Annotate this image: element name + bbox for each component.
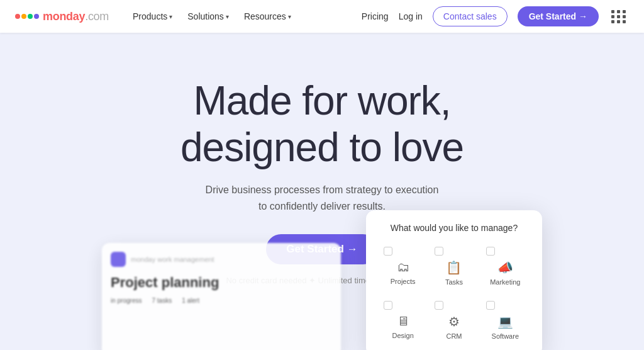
manage-label-crm: CRM — [446, 332, 462, 340]
manage-checkbox-tasks[interactable] — [435, 247, 443, 256]
manage-label-software: Software — [492, 332, 519, 340]
contact-sales-button[interactable]: Contact sales — [433, 6, 508, 26]
get-started-nav-button[interactable]: Get Started → — [518, 6, 599, 26]
projects-icon: 🗂 — [397, 260, 409, 274]
tasks-icon: 📋 — [446, 260, 462, 275]
manage-checkbox-projects[interactable] — [384, 247, 392, 256]
manage-label-design: Design — [392, 332, 414, 339]
logo-dots — [15, 14, 39, 19]
manage-checkbox-design[interactable] — [384, 301, 392, 310]
apps-grid-icon[interactable] — [609, 8, 629, 26]
nav-left: monday.com Products ▾ Solutions ▾ Resour… — [15, 8, 297, 25]
app-preview-card: monday work management Project planning … — [102, 243, 341, 350]
software-icon: 💻 — [497, 314, 513, 329]
manage-title: What would you like to manage? — [381, 223, 527, 233]
manage-item-software[interactable]: 💻 Software — [484, 297, 527, 344]
design-icon: 🖥 — [397, 314, 409, 329]
app-stats: in progress 7 tasks 1 alert — [111, 297, 332, 304]
nav-products[interactable]: Products ▾ — [126, 8, 179, 25]
nav-right: Pricing Log in Contact sales Get Started… — [362, 6, 629, 26]
manage-checkbox-marketing[interactable] — [486, 247, 495, 256]
nav-login[interactable]: Log in — [399, 11, 423, 21]
chevron-down-icon: ▾ — [226, 13, 229, 20]
chevron-down-icon: ▾ — [169, 13, 172, 20]
app-avatar — [111, 252, 126, 267]
manage-card: What would you like to manage? 🗂 Project… — [366, 210, 542, 350]
manage-item-marketing[interactable]: 📣 Marketing — [484, 243, 527, 290]
manage-item-crm[interactable]: ⚙ CRM — [432, 297, 475, 344]
nav-resources[interactable]: Resources ▾ — [238, 8, 297, 25]
manage-checkbox-software[interactable] — [486, 301, 495, 310]
chevron-down-icon: ▾ — [288, 13, 291, 20]
manage-grid: 🗂 Projects 📋 Tasks 📣 Marketing 🖥 — [381, 243, 527, 344]
app-stat-2: 1 alert — [182, 297, 199, 304]
marketing-icon: 📣 — [497, 260, 513, 275]
hero-section: Made for work, designed to love Drive bu… — [0, 33, 644, 350]
app-project-title: Project planning — [111, 274, 332, 291]
manage-checkbox-crm[interactable] — [435, 301, 443, 310]
manage-label-marketing: Marketing — [490, 278, 520, 286]
nav-solutions[interactable]: Solutions ▾ — [181, 8, 235, 25]
hero-bottom: monday work management Project planning … — [0, 210, 644, 350]
app-stat-0: in progress — [111, 297, 142, 304]
hero-subtitle: Drive business processes from strategy t… — [206, 182, 439, 214]
app-preview-title: monday work management — [131, 256, 214, 263]
nav-links: Products ▾ Solutions ▾ Resources ▾ — [126, 8, 297, 25]
manage-item-design[interactable]: 🖥 Design — [381, 297, 425, 344]
logo[interactable]: monday.com — [15, 10, 109, 23]
nav-pricing[interactable]: Pricing — [362, 11, 389, 21]
manage-label-projects: Projects — [391, 278, 416, 285]
manage-item-tasks[interactable]: 📋 Tasks — [432, 243, 475, 290]
crm-icon: ⚙ — [448, 314, 460, 329]
logo-wordmark: monday.com — [43, 10, 109, 23]
manage-label-tasks: Tasks — [445, 278, 463, 286]
manage-item-projects[interactable]: 🗂 Projects — [381, 243, 425, 290]
hero-title: Made for work, designed to love — [180, 78, 464, 171]
navbar: monday.com Products ▾ Solutions ▾ Resour… — [0, 0, 644, 33]
app-stat-1: 7 tasks — [152, 297, 172, 304]
